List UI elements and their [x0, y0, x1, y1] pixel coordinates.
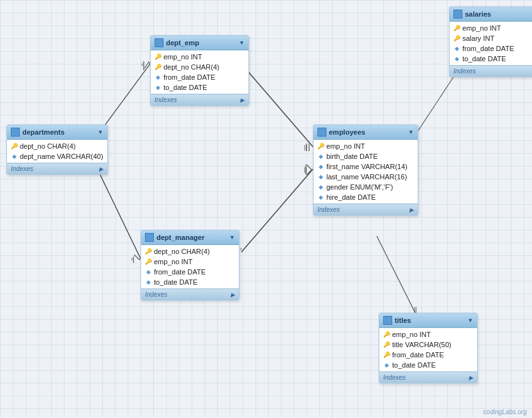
indexes-bar-employees[interactable]: Indexes ▶	[314, 204, 418, 215]
table-body-salaries: 🔑 emp_no INT 🔑 salary INT ◆ from_date DA…	[450, 22, 532, 65]
diamond-icon: ◆	[145, 269, 151, 275]
field-emp_no: 🔑 emp_no INT	[450, 23, 532, 33]
field-title: 🔑 title VARCHAR(50)	[379, 340, 477, 350]
field-name: emp_no INT	[154, 258, 193, 265]
diamond-icon: ◆	[317, 174, 324, 180]
indexes-label: Indexes	[155, 96, 177, 103]
canvas: || › || › || || › || | ||	[0, 0, 532, 418]
diamond-icon: ◆	[453, 56, 460, 62]
field-name: emp_no INT	[326, 142, 365, 150]
table-icon-dept_emp	[155, 38, 163, 47]
indexes-label: Indexes	[383, 374, 406, 381]
table-dept_manager[interactable]: dept_manager ▼ 🔑 dept_no CHAR(4) 🔑 emp_n…	[141, 230, 239, 301]
field-hire_date: ◆ hire_date DATE	[314, 192, 418, 202]
dropdown-icon-departments[interactable]: ▼	[98, 129, 103, 135]
indexes-label: Indexes	[317, 206, 340, 213]
svg-line-6	[241, 64, 313, 147]
field-birth_date: ◆ birth_date DATE	[314, 151, 418, 161]
dropdown-icon-dept_manager[interactable]: ▼	[229, 234, 235, 241]
diamond-icon: ◆	[317, 184, 324, 190]
indexes-bar-titles[interactable]: Indexes ▶	[379, 371, 477, 383]
key-icon: 🔑	[155, 64, 161, 70]
indexes-expand-icon[interactable]: ▶	[469, 375, 473, 381]
field-name: dept_name VARCHAR(40)	[20, 153, 103, 160]
diamond-icon: ◆	[11, 153, 17, 160]
key-icon: 🔑	[317, 143, 324, 149]
field-name: title VARCHAR(50)	[392, 341, 452, 348]
indexes-label: Indexes	[453, 68, 476, 75]
field-name: emp_no INT	[163, 53, 202, 61]
table-body-titles: 🔑 emp_no INT 🔑 title VARCHAR(50) 🔑 from_…	[379, 328, 477, 371]
dropdown-icon-dept_emp[interactable]: ▼	[239, 40, 245, 46]
table-titles[interactable]: titles ▼ 🔑 emp_no INT 🔑 title VARCHAR(50…	[379, 313, 478, 384]
field-name: to_date DATE	[462, 55, 506, 63]
svg-text:›: ›	[131, 256, 133, 262]
indexes-expand-icon[interactable]: ▶	[240, 97, 245, 103]
table-name-salaries: salaries	[465, 10, 491, 18]
field-last_name: ◆ last_name VARCHAR(16)	[314, 172, 418, 182]
table-departments[interactable]: departments ▼ 🔑 dept_no CHAR(4) ◆ dept_n…	[6, 124, 108, 175]
table-header-dept_emp: dept_emp ▼	[151, 36, 248, 50]
diamond-icon: ◆	[155, 74, 161, 80]
indexes-bar-dept_manager[interactable]: Indexes ▶	[141, 288, 239, 300]
key-icon: 🔑	[383, 352, 390, 358]
table-dept_emp[interactable]: dept_emp ▼ 🔑 emp_no INT 🔑 dept_no CHAR(4…	[150, 35, 249, 106]
field-name: to_date DATE	[392, 361, 436, 369]
table-name-titles: titles	[395, 317, 411, 324]
key-icon: 🔑	[145, 248, 151, 255]
field-name: gender ENUM('M','F')	[326, 183, 393, 191]
field-to_date: ◆ to_date DATE	[151, 82, 248, 93]
field-name: last_name VARCHAR(16)	[326, 173, 407, 181]
table-header-salaries: salaries ▼	[450, 7, 532, 22]
field-name: to_date DATE	[154, 278, 197, 286]
key-icon: 🔑	[453, 25, 460, 31]
table-name-employees: employees	[329, 128, 365, 136]
table-body-dept_manager: 🔑 dept_no CHAR(4) 🔑 emp_no INT ◆ from_da…	[141, 245, 239, 288]
table-icon-dept_manager	[145, 233, 154, 242]
field-emp_no: 🔑 emp_no INT	[379, 329, 477, 340]
svg-text:›: ›	[141, 61, 143, 68]
table-employees[interactable]: employees ▼ 🔑 emp_no INT ◆ birth_date DA…	[313, 124, 418, 216]
field-to_date: ◆ to_date DATE	[379, 360, 477, 370]
field-name: hire_date DATE	[326, 193, 376, 201]
key-icon: 🔑	[11, 143, 17, 149]
field-name: first_name VARCHAR(14)	[326, 163, 407, 170]
table-name-departments: departments	[22, 128, 65, 136]
table-body-dept_emp: 🔑 emp_no INT 🔑 dept_no CHAR(4) ◆ from_da…	[151, 50, 248, 94]
dropdown-icon-employees[interactable]: ▼	[408, 129, 414, 135]
field-emp_no: 🔑 emp_no INT	[141, 257, 239, 267]
svg-text:||: ||	[304, 167, 307, 173]
diamond-icon: ◆	[317, 163, 324, 170]
indexes-expand-icon[interactable]: ▶	[99, 166, 103, 172]
diamond-icon: ◆	[155, 84, 161, 91]
svg-text:||: ||	[304, 144, 307, 151]
dropdown-icon-titles[interactable]: ▼	[467, 317, 473, 324]
field-from_date: ◆ from_date DATE	[450, 43, 532, 54]
diamond-icon: ◆	[317, 194, 324, 200]
indexes-bar-dept_emp[interactable]: Indexes ▶	[151, 94, 248, 105]
field-gender: ◆ gender ENUM('M','F')	[314, 182, 418, 192]
field-emp_no: 🔑 emp_no INT	[314, 141, 418, 151]
table-name-dept_manager: dept_manager	[156, 234, 204, 241]
indexes-label: Indexes	[11, 165, 33, 172]
table-header-departments: departments ▼	[7, 125, 107, 140]
field-name: dept_no CHAR(4)	[163, 63, 219, 71]
table-header-employees: employees ▼	[314, 125, 418, 140]
table-icon-departments	[11, 128, 20, 137]
field-name: birth_date DATE	[326, 153, 378, 160]
indexes-expand-icon[interactable]: ▶	[409, 207, 414, 213]
indexes-expand-icon[interactable]: ▶	[231, 292, 235, 298]
field-name: from_date DATE	[392, 351, 444, 359]
field-name: from_date DATE	[154, 268, 206, 276]
field-from_date: ◆ from_date DATE	[151, 72, 248, 82]
svg-line-9	[241, 169, 313, 252]
table-salaries[interactable]: salaries ▼ 🔑 emp_no INT 🔑 salary INT ◆ f…	[449, 6, 532, 77]
table-body-employees: 🔑 emp_no INT ◆ birth_date DATE ◆ first_n…	[314, 140, 418, 204]
field-to_date: ◆ to_date DATE	[450, 54, 532, 64]
indexes-bar-salaries[interactable]: Indexes ▶	[450, 65, 532, 77]
indexes-bar-departments[interactable]: Indexes ▶	[7, 163, 107, 174]
field-to_date: ◆ to_date DATE	[141, 277, 239, 287]
indexes-label: Indexes	[145, 291, 167, 298]
diamond-icon: ◆	[317, 153, 324, 160]
table-icon-employees	[317, 128, 326, 137]
